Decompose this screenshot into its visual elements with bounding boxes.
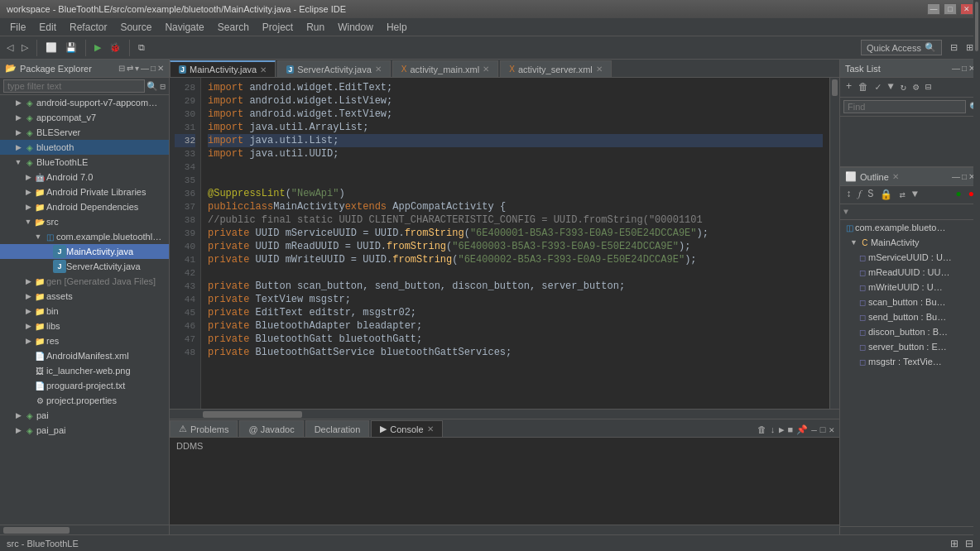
console-scroll-btn[interactable]: ↓ <box>770 425 776 435</box>
view-menu-button[interactable]: ▾ <box>135 64 139 73</box>
tree-item-src[interactable]: ▼ 📂 src <box>0 214 169 229</box>
menu-navigate[interactable]: Navigate <box>158 20 210 35</box>
outline-class-item[interactable]: ▼ C MainActivity <box>840 235 980 250</box>
tab-close-icon[interactable]: ✕ <box>375 65 382 74</box>
tree-item-bluetooth[interactable]: ▶ ◈ bluetooth <box>0 140 169 155</box>
menu-run[interactable]: Run <box>300 20 331 35</box>
tree-item-appcompat[interactable]: ▶ ◈ appcompat_v7 <box>0 110 169 125</box>
code-editor[interactable]: import android.widget.EditText; import a… <box>201 78 829 409</box>
outline-field-mreaduuid[interactable]: ◻ mReadUUID : UU… <box>840 265 980 280</box>
task-maximize-btn[interactable]: □ <box>962 64 967 73</box>
task-complete-btn[interactable]: ✓ <box>872 80 883 94</box>
menu-refactor[interactable]: Refactor <box>63 20 113 35</box>
package-search-btn[interactable]: 🔍 <box>147 81 158 92</box>
task-expand-btn[interactable]: ▼ <box>885 80 896 94</box>
outline-hide-fields-btn[interactable]: 𝑓 <box>856 188 863 202</box>
package-collapse-btn[interactable]: ⊟ <box>160 81 166 92</box>
outline-collapse-btn[interactable]: ▼ <box>843 208 848 217</box>
collapse-all-button[interactable]: ⊟ <box>118 64 125 73</box>
console-run-btn[interactable]: ▶ <box>779 424 785 435</box>
hscroll-thumb[interactable] <box>203 411 302 418</box>
task-new-btn[interactable]: + <box>843 80 854 94</box>
toolbar-debug[interactable]: 🐞 <box>106 41 124 55</box>
console-stop-btn[interactable]: ■ <box>788 425 794 435</box>
outline-maximize-btn[interactable]: □ <box>962 172 967 181</box>
task-collapse-all-btn[interactable]: ⊟ <box>923 80 934 94</box>
outline-field-server-button[interactable]: ◻ server_button : E… <box>840 339 980 354</box>
console-close-btn[interactable]: ✕ <box>829 424 834 435</box>
toolbar-new[interactable]: ⬜ <box>42 41 60 55</box>
outline-field-mserviceuuid[interactable]: ◻ mServiceUUID : U… <box>840 250 980 265</box>
tree-item-android7[interactable]: ▶ 🤖 Android 7.0 <box>0 170 169 184</box>
tree-item-package[interactable]: ▼ ◫ com.example.bluetoothl… <box>0 229 169 244</box>
tab-activity-main[interactable]: X activity_main.xml ✕ <box>392 60 498 77</box>
tree-item-launcher[interactable]: 🖼 ic_launcher-web.png <box>0 363 169 378</box>
tree-item-pai-pai[interactable]: ▶ ◈ pai_pai <box>0 423 169 438</box>
tab-console[interactable]: ▶ Console ✕ <box>371 420 442 437</box>
left-scroll-thumb[interactable] <box>3 527 70 534</box>
outline-hide-nonpub-btn[interactable]: 🔒 <box>877 188 895 202</box>
console-maximize-btn[interactable]: □ <box>820 425 826 435</box>
tab-mainactivity[interactable]: J MainActivity.java ✕ <box>170 60 276 77</box>
maximize-button[interactable]: □ <box>944 3 957 15</box>
tree-item-private-libs[interactable]: ▶ 📁 Android Private Libraries <box>0 184 169 199</box>
outline-field-discon-button[interactable]: ◻ discon_button : B… <box>840 324 980 339</box>
menu-search[interactable]: Search <box>211 20 256 35</box>
task-minimize-btn[interactable]: — <box>952 64 960 73</box>
tab-declaration[interactable]: Declaration <box>305 420 370 437</box>
package-search-input[interactable] <box>3 79 145 93</box>
quick-access-container[interactable]: Quick Access 🔍 <box>861 40 942 55</box>
tree-item-bin[interactable]: ▶ 📁 bin <box>0 304 169 319</box>
tree-item-gen[interactable]: ▶ 📁 gen [Generated Java Files] <box>0 274 169 289</box>
tree-item-android-support[interactable]: ▶ ◈ android-support-v7-appcom… <box>0 95 169 110</box>
menu-edit[interactable]: Edit <box>32 20 63 35</box>
tree-item-pai[interactable]: ▶ ◈ pai <box>0 408 169 423</box>
outline-field-scan-button[interactable]: ◻ scan_button : Bu… <box>840 295 980 309</box>
task-refresh-btn[interactable]: ↻ <box>898 80 909 94</box>
tab-activity-server[interactable]: X activity_server.xml ✕ <box>500 60 612 77</box>
outline-hide-static-btn[interactable]: S <box>865 188 876 202</box>
close-panel-button[interactable]: ✕ <box>157 64 164 73</box>
menu-window[interactable]: Window <box>331 20 380 35</box>
menu-help[interactable]: Help <box>380 20 414 35</box>
tab-problems[interactable]: ⚠ Problems <box>170 420 238 437</box>
link-editor-button[interactable]: ⇄ <box>127 64 133 73</box>
outline-package-item[interactable]: ◫ com.example.blueto… <box>840 220 980 235</box>
tree-item-manifest[interactable]: 📄 AndroidManifest.xml <box>0 348 169 363</box>
tab-serveractivity[interactable]: J ServerActivity.java ✕ <box>277 60 391 77</box>
tree-item-mainactivity[interactable]: J MainActivity.java <box>0 244 169 259</box>
tree-item-properties[interactable]: ⚙ project.properties <box>0 393 169 408</box>
toolbar-back[interactable]: ◁ <box>3 41 17 55</box>
outline-sort-btn[interactable]: ↕ <box>843 188 854 202</box>
tree-item-dependencies[interactable]: ▶ 📁 Android Dependencies <box>0 199 169 214</box>
tab-close-icon[interactable]: ✕ <box>260 65 267 74</box>
tree-item-bleserver[interactable]: ▶ ◈ BLEServer <box>0 125 169 140</box>
tree-item-serveractivity[interactable]: J ServerActivity.java <box>0 259 169 274</box>
outline-field-mwriteuuid[interactable]: ◻ mWriteUUID : U… <box>840 280 980 295</box>
tab-javadoc[interactable]: @ Javadoc <box>239 420 303 437</box>
tree-item-bluetoothle[interactable]: ▼ ◈ BlueToothLE <box>0 155 169 170</box>
tree-item-res[interactable]: ▶ 📁 res <box>0 333 169 348</box>
minimize-button[interactable]: — <box>927 3 940 15</box>
console-pin-btn[interactable]: 📌 <box>796 424 808 435</box>
outline-expand-btn[interactable]: ▼ <box>910 188 920 202</box>
menu-file[interactable]: File <box>3 20 32 35</box>
task-filter-input[interactable] <box>843 100 966 113</box>
close-button[interactable]: ✕ <box>960 3 973 15</box>
tree-item-proguard[interactable]: 📄 proguard-project.txt <box>0 378 169 393</box>
toolbar-perspective[interactable]: ⧉ <box>135 41 148 55</box>
toolbar-minimize-all[interactable]: ⊟ <box>947 41 961 55</box>
maximize-panel-button[interactable]: □ <box>151 64 156 73</box>
task-delete-btn[interactable]: 🗑 <box>856 80 871 94</box>
outline-sync-btn[interactable]: ⇄ <box>896 188 907 202</box>
tree-item-assets[interactable]: ▶ 📁 assets <box>0 289 169 304</box>
toolbar-run[interactable]: ▶ <box>91 41 104 55</box>
tab-close-icon[interactable]: ✕ <box>483 65 489 74</box>
minimize-panel-button[interactable]: — <box>141 64 149 73</box>
task-settings-btn[interactable]: ⚙ <box>910 80 921 94</box>
tab-close-icon[interactable]: ✕ <box>596 65 603 74</box>
menu-project[interactable]: Project <box>256 20 300 35</box>
outline-field-msgstr[interactable]: ◻ msgstr : TextVie… <box>840 354 980 369</box>
tree-item-libs[interactable]: ▶ 📁 libs <box>0 319 169 333</box>
scroll-thumb[interactable] <box>832 79 838 96</box>
